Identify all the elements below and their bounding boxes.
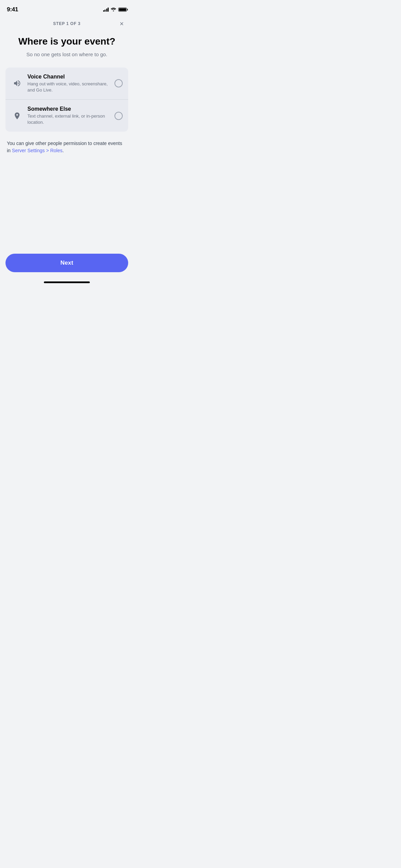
somewhere-else-option[interactable]: Somewhere Else Text channel, external li… (5, 99, 128, 132)
pin-icon (11, 110, 23, 122)
voice-channel-option[interactable]: Voice Channel Hang out with voice, video… (5, 68, 128, 99)
voice-channel-content: Voice Channel Hang out with voice, video… (23, 74, 114, 93)
step-label: STEP 1 OF 3 (53, 21, 81, 26)
close-button[interactable]: × (117, 19, 127, 29)
somewhere-else-content: Somewhere Else Text channel, external li… (23, 106, 114, 125)
somewhere-else-description: Text channel, external link, or in-perso… (27, 113, 110, 125)
voice-channel-description: Hang out with voice, video, screenshare,… (27, 81, 110, 93)
title-section: Where is your event? So no one gets lost… (0, 30, 134, 61)
permission-after: . (62, 148, 64, 153)
status-bar: 9:41 (0, 0, 134, 17)
next-button-container: Next (0, 250, 134, 278)
home-bar (44, 281, 90, 283)
voice-channel-title: Voice Channel (27, 74, 110, 80)
speaker-icon (11, 77, 23, 89)
wifi-icon (111, 7, 116, 13)
somewhere-else-title: Somewhere Else (27, 106, 110, 112)
status-icons (103, 7, 127, 13)
main-title: Where is your event? (7, 36, 127, 47)
voice-channel-radio[interactable] (114, 79, 123, 87)
status-time: 9:41 (7, 6, 18, 13)
options-card: Voice Channel Hang out with voice, video… (5, 68, 128, 132)
somewhere-else-radio[interactable] (114, 112, 123, 120)
battery-icon (118, 8, 127, 12)
next-button-label: Next (60, 260, 73, 266)
signal-icon (103, 8, 109, 12)
permission-text: You can give other people permission to … (0, 140, 134, 154)
server-settings-link[interactable]: Server Settings > Roles (12, 148, 62, 153)
home-indicator (0, 278, 134, 289)
subtitle: So no one gets lost on where to go. (7, 51, 127, 58)
step-header: STEP 1 OF 3 × (0, 17, 134, 30)
next-button[interactable]: Next (5, 254, 128, 272)
